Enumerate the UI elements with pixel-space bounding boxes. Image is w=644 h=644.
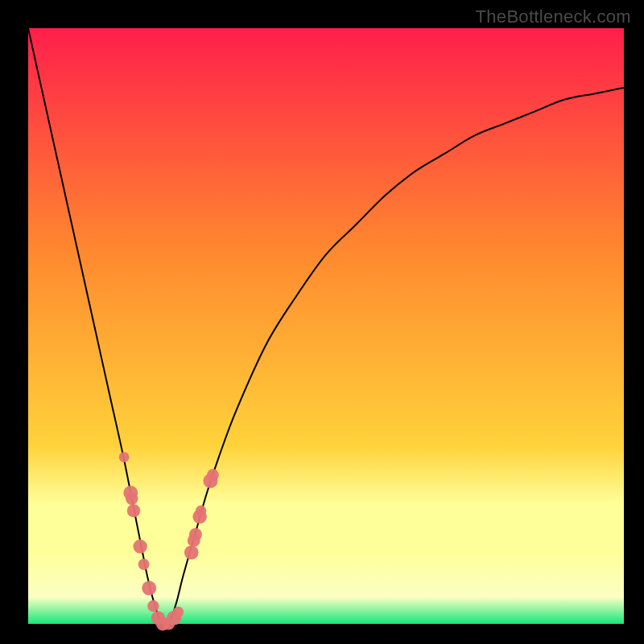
data-dot bbox=[126, 493, 138, 505]
data-dot bbox=[207, 469, 219, 481]
data-dot bbox=[138, 559, 150, 570]
data-dot bbox=[127, 504, 140, 517]
plot-area bbox=[28, 28, 624, 624]
data-dot bbox=[189, 528, 202, 541]
data-dot bbox=[133, 539, 147, 553]
curve-layer bbox=[28, 28, 624, 624]
data-dot bbox=[147, 601, 159, 612]
data-dots bbox=[119, 452, 219, 630]
bottleneck-curve bbox=[28, 28, 624, 624]
data-dot bbox=[184, 545, 199, 559]
data-dot bbox=[142, 581, 156, 596]
data-dot bbox=[173, 607, 184, 617]
chart-frame: TheBottleneck.com bbox=[0, 0, 644, 644]
watermark-label: TheBottleneck.com bbox=[476, 6, 631, 27]
data-dot bbox=[119, 452, 130, 462]
data-dot bbox=[196, 506, 206, 516]
